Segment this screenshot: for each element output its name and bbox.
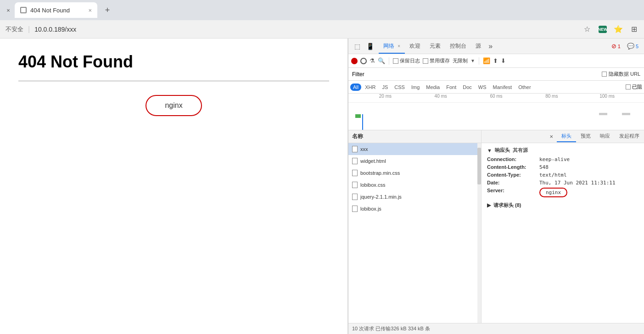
type-filter-xhr[interactable]: XHR (362, 84, 378, 91)
toolbar-divider2 (479, 57, 479, 65)
type-filter-media[interactable]: Media (423, 84, 442, 91)
type-filter-doc[interactable]: Doc (460, 84, 475, 91)
inspect-element-icon[interactable]: ⬚ (351, 40, 363, 52)
file-icon-lobibox-js (352, 206, 358, 212)
blocked-checkbox[interactable] (626, 84, 631, 89)
file-scroll-thumb[interactable] (477, 148, 481, 184)
active-tab[interactable]: 404 Not Found × (15, 2, 97, 18)
browser-toolbar-icons: ☆ NEW ⭐ ⊞ (582, 25, 638, 34)
file-item-xxx[interactable]: xxx (348, 143, 477, 155)
type-filter-all[interactable]: All (350, 84, 361, 91)
wifi-icon[interactable]: 📶 (483, 57, 490, 64)
response-row-server: Server: nginx (487, 187, 638, 198)
file-item-lobibox-js[interactable]: lobibox.js (348, 203, 477, 215)
file-icon-widget (352, 158, 358, 164)
type-filter-css[interactable]: CSS (392, 84, 408, 91)
tl-label-60ms: 60 ms (469, 94, 524, 102)
star-icon[interactable]: ☆ (582, 25, 592, 34)
preserve-log-checkbox[interactable] (393, 58, 398, 64)
response-val-connection: keep-alive (539, 156, 570, 162)
warning-count-badge[interactable]: 💬 5 (624, 42, 641, 50)
file-item-lobibox-css[interactable]: lobibox.css (348, 179, 477, 191)
device-toolbar-icon[interactable]: 📱 (364, 40, 376, 52)
type-filter-other[interactable]: Other (515, 84, 534, 91)
clear-button[interactable] (360, 58, 367, 64)
type-filter-js[interactable]: JS (379, 84, 391, 91)
upload-icon[interactable]: ⬆ (493, 57, 498, 64)
tab-network[interactable]: 网络 × (379, 39, 405, 54)
tab-console[interactable]: 控制台 (445, 39, 471, 54)
type-filter-manifest[interactable]: Manifest (490, 84, 515, 91)
download-icon[interactable]: ⬇ (501, 57, 506, 64)
nginx-label: nginx (165, 101, 182, 109)
tab-elements[interactable]: 元素 (425, 39, 445, 54)
error-count-badge[interactable]: ⊘ 1 (609, 42, 623, 50)
detail-tabs: × 标头 预览 响应 发起程序 (482, 130, 644, 143)
bookmark-icon[interactable]: ⭐ (614, 25, 623, 34)
new-badge-label: NEW (598, 27, 608, 32)
tab-network-close[interactable]: × (398, 44, 400, 49)
tab-welcome[interactable]: 欢迎 (405, 39, 425, 54)
file-item-bootstrap[interactable]: bootstrap.min.css (348, 167, 477, 179)
security-indicator: 不安全 (6, 25, 23, 33)
record-button[interactable] (351, 58, 358, 64)
timeline-bar-green (355, 114, 361, 118)
file-list-scrollbar[interactable] (477, 143, 481, 323)
throttle-dropdown-arrow[interactable]: ▼ (470, 58, 475, 63)
filter-row: Filter 隐藏数据 URL (348, 68, 644, 81)
detail-close-button[interactable]: × (546, 133, 557, 140)
type-filter-font[interactable]: Font (443, 84, 459, 91)
more-tabs-button[interactable]: » (486, 42, 495, 50)
detail-tab-response[interactable]: 响应 (595, 131, 615, 142)
response-val-server: nginx (546, 189, 561, 195)
file-list-panel: 名称 xxx widget.html (348, 130, 482, 323)
tab-title: 404 Not Found (30, 7, 84, 14)
type-filter-ws[interactable]: WS (476, 84, 489, 91)
timeline-area: 20 ms 40 ms 60 ms 80 ms 100 ms (348, 94, 644, 130)
tab-close-button[interactable]: × (88, 7, 92, 14)
disable-cache-checkbox[interactable] (423, 58, 428, 64)
response-key-date: Date: (487, 180, 538, 185)
blocked-col-label: 已阻 (632, 84, 642, 90)
file-name-lobibox-js: lobibox.js (360, 206, 381, 212)
type-filter-row: All XHR JS CSS Img Media Font Doc WS Man… (348, 81, 644, 94)
devtools-toolbar: ⬚ 📱 网络 × 欢迎 元素 控制台 源 » ⊘ 1 💬 5 (348, 39, 644, 54)
detail-tab-initiator[interactable]: 发起程序 (615, 131, 644, 142)
filter-icon[interactable]: ⚗ (370, 57, 375, 64)
response-row-content-type: Content-Type: text/html (487, 171, 638, 179)
type-filter-img[interactable]: Img (409, 84, 422, 91)
timeline-bar-gray1 (599, 113, 607, 115)
blocked-requests-group: 已阻 (626, 84, 642, 90)
file-name-xxx: xxx (360, 146, 368, 152)
detail-tab-headers[interactable]: 标头 (557, 131, 576, 142)
file-icon-xxx (352, 146, 358, 152)
main-area: 404 Not Found nginx ⬚ 📱 网络 × 欢迎 元素 控制台 源 (0, 39, 644, 334)
detail-content: ▼ 响应头 其有源 Connection: keep-alive Content… (482, 143, 644, 323)
tab-close-left[interactable]: × (4, 6, 13, 15)
tab-favicon (20, 7, 27, 13)
timeline-labels: 20 ms 40 ms 60 ms 80 ms 100 ms (348, 94, 644, 103)
footer-requests-text: 10 次请求 已传输326 kB 334 kB 条 (352, 325, 430, 332)
response-val-date: Thu, 17 Jun 2021 11:31:11 (539, 180, 616, 186)
hide-data-url-checkbox[interactable] (602, 72, 607, 77)
hide-data-url-group: 隐藏数据 URL (602, 71, 640, 78)
address-url[interactable]: 10.0.0.189/xxx (34, 26, 578, 33)
split-panel: 名称 xxx widget.html (348, 130, 644, 323)
file-name-jquery: jquery-2.1.1.min.js (360, 194, 402, 200)
file-item-widget[interactable]: widget.html (348, 155, 477, 167)
timeline-bars (348, 103, 644, 130)
file-list-with-scroll: xxx widget.html bootstrap.min.css l (348, 143, 481, 323)
timeline-bar-gray2 (622, 113, 630, 115)
response-key-server: Server: (487, 188, 538, 193)
new-tab-button[interactable]: + (101, 4, 114, 17)
timeline-bar-blue (362, 114, 363, 130)
response-val-content-length: 548 (539, 164, 549, 170)
response-val-content-type: text/html (539, 172, 567, 178)
search-icon[interactable]: 🔍 (378, 57, 385, 64)
detail-tab-preview[interactable]: 预览 (576, 131, 595, 142)
response-row-date: Date: Thu, 17 Jun 2021 11:31:11 (487, 179, 638, 187)
file-item-jquery[interactable]: jquery-2.1.1.min.js (348, 191, 477, 203)
tab-sources[interactable]: 源 (471, 39, 486, 54)
response-section-label: 响应头 (495, 147, 510, 154)
collections-icon[interactable]: ⊞ (629, 25, 638, 34)
